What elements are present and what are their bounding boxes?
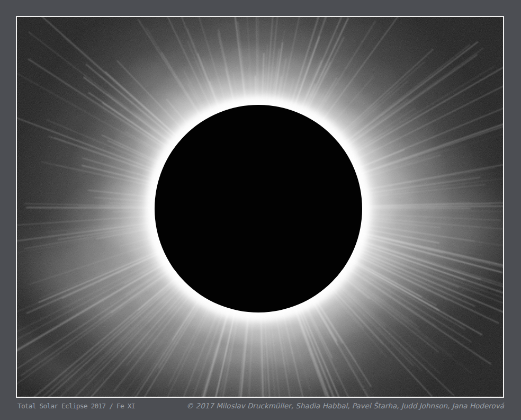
moon-disk: [155, 105, 362, 312]
eclipse-photo-frame: [16, 16, 504, 398]
photo-credit: © 2017 Miloslav Druckmüller, Shadia Habb…: [186, 401, 504, 410]
eclipse-photo: [17, 17, 503, 397]
photo-page: Total Solar Eclipse 2017 / Fe XI © 2017 …: [0, 0, 521, 420]
caption-bar: Total Solar Eclipse 2017 / Fe XI © 2017 …: [17, 401, 504, 410]
photo-title: Total Solar Eclipse 2017 / Fe XI: [17, 402, 135, 410]
